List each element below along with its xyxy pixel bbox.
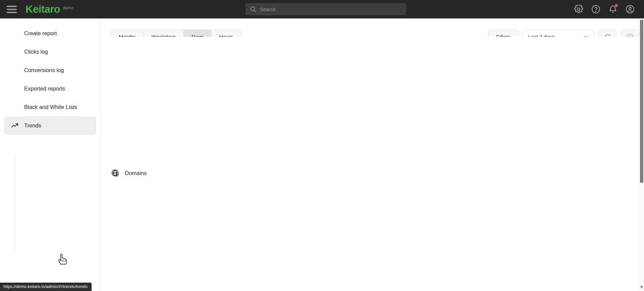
account-icon[interactable] <box>626 5 635 14</box>
global-search[interactable] <box>246 3 406 15</box>
link-status-bar: https://demo.keitaro.io/admin/#!/trends/… <box>0 283 92 291</box>
sidebar-item-conversions-log[interactable]: Conversions log <box>0 61 100 79</box>
domains-icon <box>111 169 120 178</box>
submenu-guide-line <box>15 154 15 250</box>
settings-icon[interactable] <box>574 5 583 14</box>
sidebar-item-black-and-white-lists[interactable]: Black and White Lists <box>0 98 100 116</box>
sidebar-item-trends[interactable]: Trends <box>4 116 96 135</box>
scrollbar-down-arrow[interactable] <box>640 286 643 289</box>
notification-badge <box>615 4 618 7</box>
sidebar: DashboardCampaignsLandings PagesAffiliat… <box>0 18 101 291</box>
top-bar: Keitaro demo <box>0 0 644 18</box>
page-scrollbar[interactable] <box>639 18 644 291</box>
trends-icon <box>10 121 19 130</box>
search-icon <box>250 6 256 12</box>
app-logo: Keitaro <box>26 3 60 15</box>
help-icon[interactable] <box>591 5 600 14</box>
sidebar-item-create-report[interactable]: Create report <box>0 24 100 43</box>
sidebar-item-label: Clicks log <box>24 49 48 55</box>
sidebar-item-label: Conversions log <box>24 67 64 73</box>
sidebar-item-domains[interactable]: Domains <box>101 37 639 291</box>
sidebar-item-label: Create report <box>24 30 57 37</box>
sidebar-item-exported-reports[interactable]: Exported reports <box>0 79 100 98</box>
env-badge: demo <box>63 5 74 10</box>
menu-toggle-icon[interactable] <box>7 6 17 13</box>
sidebar-item-label: Domains <box>125 170 147 176</box>
sidebar-item-label: Black and White Lists <box>24 104 77 110</box>
sidebar-item-clicks-log[interactable]: Clicks log <box>0 43 100 61</box>
sidebar-item-label: Exported reports <box>24 85 65 92</box>
search-input[interactable] <box>260 6 406 12</box>
scrollbar-thumb[interactable] <box>640 20 643 183</box>
sidebar-item-label: Trends <box>24 122 41 129</box>
notifications-icon[interactable] <box>608 5 617 14</box>
